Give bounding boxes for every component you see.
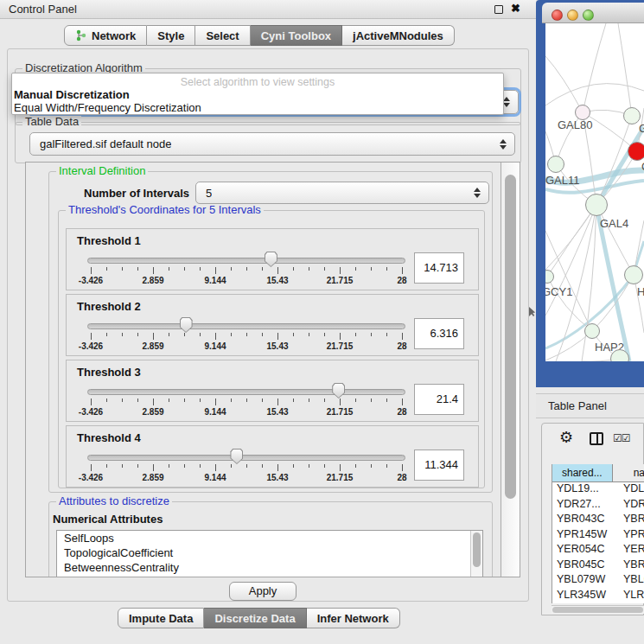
split-columns-icon[interactable] (590, 432, 603, 445)
close-icon[interactable]: ✖ (511, 2, 520, 15)
tick-label: 28 (397, 407, 406, 417)
network-node-gal4[interactable] (585, 194, 608, 216)
zoom-traffic-light-icon[interactable] (583, 10, 594, 21)
threshold-label: Threshold 1 (77, 234, 141, 247)
network-node-hap2[interactable] (584, 323, 600, 339)
minor-tick (231, 399, 232, 402)
settings-scrollpane: Interval Definition Number of Intervals … (25, 162, 520, 577)
table-row[interactable]: YBR045CYBR0 (552, 558, 644, 574)
network-view-window: GAL80GACGAL11GAL4GCY1HHAP2 (536, 0, 644, 387)
tab-impute-data[interactable]: Impute Data (118, 608, 204, 628)
network-window-titlebar[interactable] (542, 3, 644, 23)
list-scrollbar[interactable] (470, 531, 482, 577)
list-scrollbar-thumb[interactable] (473, 532, 481, 567)
tick-label: 15.43 (266, 276, 288, 285)
major-tick (153, 399, 154, 405)
slider-thumb[interactable] (265, 252, 277, 267)
tick-label: 28 (397, 276, 406, 285)
slider-track[interactable] (87, 258, 405, 264)
tick-label: 21.715 (327, 276, 354, 285)
slider-track[interactable] (87, 323, 405, 329)
minor-tick (231, 267, 232, 271)
list-item-selfloops[interactable]: SelfLoops (57, 531, 482, 545)
threshold-value-field[interactable]: 11.344 (414, 450, 464, 481)
tab-infer-network[interactable]: Infer Network (307, 608, 400, 628)
float-window-icon[interactable] (494, 5, 503, 14)
threshold-value-field[interactable]: 6.316 (414, 318, 464, 349)
tab-discretize-data[interactable]: Discretize Data (204, 608, 306, 628)
number-of-intervals-combo[interactable]: 5 (195, 182, 489, 204)
tick-label: -3.426 (79, 276, 103, 285)
node-label: GA (639, 122, 644, 135)
algorithm-dropdown-popup: Select algorithm to view settings Manual… (11, 73, 504, 115)
attributes-group: Attributes to discretize Numerical Attri… (48, 501, 493, 577)
table-row[interactable]: YLR345WYLR3 (552, 589, 644, 604)
major-tick (340, 333, 341, 340)
tab-network[interactable]: Network (64, 25, 147, 46)
slider-track[interactable] (87, 389, 405, 395)
tick-label: 9.144 (204, 407, 226, 417)
list-item-betweennesscentrality[interactable]: BetweennessCentrality (57, 560, 482, 575)
tab-jactivemnodules[interactable]: jActiveMNodules (342, 25, 455, 46)
major-tick (402, 464, 403, 471)
minor-tick (324, 333, 325, 336)
tick-label: 9.144 (204, 276, 226, 285)
major-tick (277, 399, 278, 405)
cell-shared-name: YPR145W (552, 528, 613, 544)
table-data-group: Table Data galFiltered.sif default node (15, 122, 521, 163)
table-row[interactable]: YDL19...YDL1 (552, 482, 644, 498)
minor-tick (106, 333, 107, 336)
table-horizontal-scrollbar[interactable] (552, 605, 644, 614)
tab-style[interactable]: Style (147, 25, 195, 46)
column-header-name[interactable]: na (613, 464, 644, 481)
network-node-h[interactable] (624, 265, 643, 284)
interval-definition-group: Interval Definition Number of Intervals … (48, 171, 493, 493)
slider-ticks: -3.4262.8599.14415.4321.71528 (87, 399, 405, 421)
network-node-c[interactable] (628, 142, 644, 161)
threshold-value-field[interactable]: 14.713 (414, 252, 464, 284)
table-hscrollbar-thumb[interactable] (552, 607, 643, 613)
slider-thumb[interactable] (180, 317, 193, 333)
popup-option-equal-width-frequency[interactable]: Equal Width/Frequency Discretization (14, 101, 501, 114)
close-traffic-light-icon[interactable] (552, 10, 563, 21)
network-canvas[interactable]: GAL80GACGAL11GAL4GCY1HHAP2 (545, 23, 644, 361)
table-row[interactable]: YDR27...YDR2 (552, 498, 644, 513)
tab-select[interactable]: Select (195, 25, 250, 46)
slider-thumb[interactable] (230, 449, 243, 464)
numerical-attributes-list[interactable]: SelfLoopsTopologicalCoefficientBetweenne… (56, 530, 483, 577)
settings-viewport: Interval Definition Number of Intervals … (26, 163, 501, 577)
cell-name: YDL1 (613, 482, 644, 498)
gear-icon[interactable]: ⚙ (559, 428, 573, 447)
minor-tick (184, 333, 185, 336)
threshold-value-field[interactable]: 21.4 (414, 384, 464, 415)
minimize-traffic-light-icon[interactable] (567, 10, 578, 21)
settings-scrollbar-thumb[interactable] (505, 175, 516, 499)
tab-cyni-toolbox[interactable]: Cyni Toolbox (251, 25, 342, 46)
table-row[interactable]: YBL079WYBL0 (552, 573, 644, 589)
network-node-ga[interactable] (623, 107, 641, 124)
numerical-attributes-label: Numerical Attributes (53, 513, 163, 526)
tick-label: 21.715 (327, 341, 354, 351)
settings-scrollbar[interactable] (501, 163, 520, 577)
cell-name: YBL0 (613, 573, 644, 589)
cell-name: YBR0 (613, 558, 644, 574)
apply-button[interactable]: Apply (229, 582, 296, 601)
bottom-tab-strip: Impute DataDiscretize DataInfer Network (118, 608, 400, 628)
select-columns-checkboxes-icon[interactable]: ☑☑ (613, 432, 630, 444)
table-data-combo[interactable]: galFiltered.sif default node (29, 132, 515, 156)
table-row[interactable]: YBR043CYBR0 (552, 513, 644, 528)
minor-tick (246, 464, 247, 468)
slider-thumb[interactable] (332, 383, 345, 399)
network-node-gal11[interactable] (547, 156, 564, 173)
list-item-topologicalcoefficient[interactable]: TopologicalCoefficient (57, 545, 482, 560)
node-attribute-table[interactable]: shared... na YDL19...YDL1YDR27...YDR2YBR… (552, 464, 644, 603)
table-row[interactable]: YPR145WYPR1 (552, 528, 644, 544)
table-header-row: shared... na (552, 464, 644, 482)
slider-track[interactable] (87, 455, 405, 461)
popup-option-manual-discretization[interactable]: Manual Discretization (14, 88, 501, 101)
minor-tick (246, 333, 247, 336)
column-header-shared-name[interactable]: shared... (552, 464, 613, 481)
interval-definition-title: Interval Definition (56, 165, 148, 177)
table-row[interactable]: YER054CYER0 (552, 543, 644, 558)
major-tick (277, 333, 278, 340)
